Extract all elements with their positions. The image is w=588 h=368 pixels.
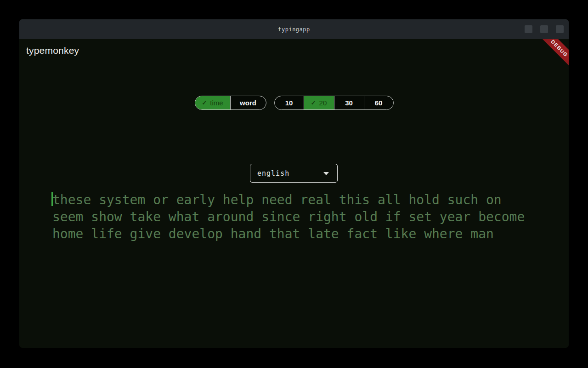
duration-option-20[interactable]: ✓ 20 (304, 96, 334, 109)
checkmark-icon: ✓ (311, 99, 316, 106)
duration-option-label: 20 (319, 99, 327, 107)
duration-option-30[interactable]: 30 (334, 96, 364, 109)
duration-option-60[interactable]: 60 (364, 96, 393, 109)
duration-option-label: 10 (285, 99, 293, 107)
test-config-bar: ✓ time word 10 ✓ 20 30 60 (19, 96, 569, 110)
duration-toggle-group: 10 ✓ 20 30 60 (274, 96, 394, 110)
app-content: typemonkey DEBUG ✓ time word 10 ✓ (19, 39, 569, 348)
window-controls (525, 25, 564, 33)
minimize-button[interactable] (525, 25, 532, 33)
app-window: typingapp typemonkey DEBUG ✓ time word (19, 19, 569, 348)
language-select[interactable]: english (250, 164, 338, 183)
window-title: typingapp (278, 26, 310, 33)
typing-words-area[interactable]: these system or early help need real thi… (52, 191, 525, 242)
duration-option-10[interactable]: 10 (275, 96, 304, 109)
typing-caret (51, 192, 53, 206)
mode-option-label: time (210, 99, 223, 107)
words-line: seem show take what around since right o… (52, 208, 525, 225)
duration-option-label: 30 (345, 99, 353, 107)
debug-ribbon: DEBUG (531, 39, 569, 77)
maximize-button[interactable] (540, 25, 548, 33)
language-select-value: english (257, 169, 289, 178)
mode-option-time[interactable]: ✓ time (195, 96, 230, 109)
words-line: home life give develop hand that late fa… (52, 225, 525, 242)
titlebar: typingapp (19, 19, 569, 39)
mode-option-word[interactable]: word (230, 96, 266, 109)
mode-option-label: word (240, 99, 256, 107)
app-logo: typemonkey (26, 45, 79, 56)
duration-option-label: 60 (375, 99, 383, 107)
chevron-down-icon (323, 172, 329, 175)
close-button[interactable] (556, 25, 564, 33)
mode-toggle-group: ✓ time word (195, 96, 266, 110)
checkmark-icon: ✓ (202, 99, 207, 106)
debug-ribbon-corner: DEBUG (523, 39, 569, 85)
words-line: these system or early help need real thi… (52, 191, 525, 208)
